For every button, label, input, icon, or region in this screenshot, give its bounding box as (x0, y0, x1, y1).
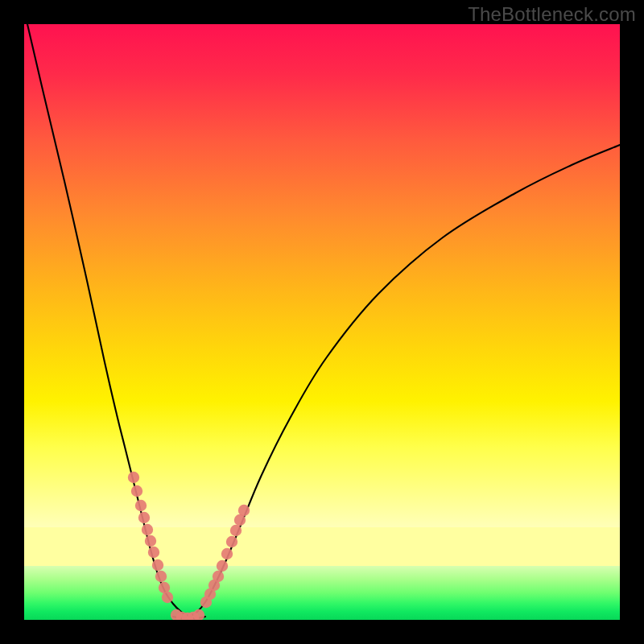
highlight-dot (213, 571, 224, 582)
highlight-dot (131, 485, 142, 497)
curve-layer (24, 24, 620, 620)
highlight-dot (135, 500, 147, 511)
highlight-dot (138, 512, 150, 523)
highlight-dot (162, 592, 173, 603)
highlight-dot (148, 547, 159, 558)
highlight-dot (193, 609, 204, 620)
chart-frame: TheBottleneck.com (0, 0, 644, 644)
highlight-dot (145, 535, 156, 547)
watermark-text: TheBottleneck.com (468, 3, 636, 26)
highlight-dot (226, 536, 237, 547)
highlight-dot (128, 472, 139, 483)
highlight-dot (217, 560, 228, 572)
highlight-dot (155, 571, 167, 582)
right-curve (189, 145, 620, 617)
highlight-dot (221, 548, 233, 559)
highlight-dot (230, 525, 242, 536)
left-curve (27, 24, 189, 617)
plot-area (24, 24, 620, 620)
highlight-dot (152, 559, 163, 571)
highlight-dot (142, 524, 153, 535)
highlight-dot (238, 505, 250, 516)
dot-cluster (128, 472, 250, 620)
